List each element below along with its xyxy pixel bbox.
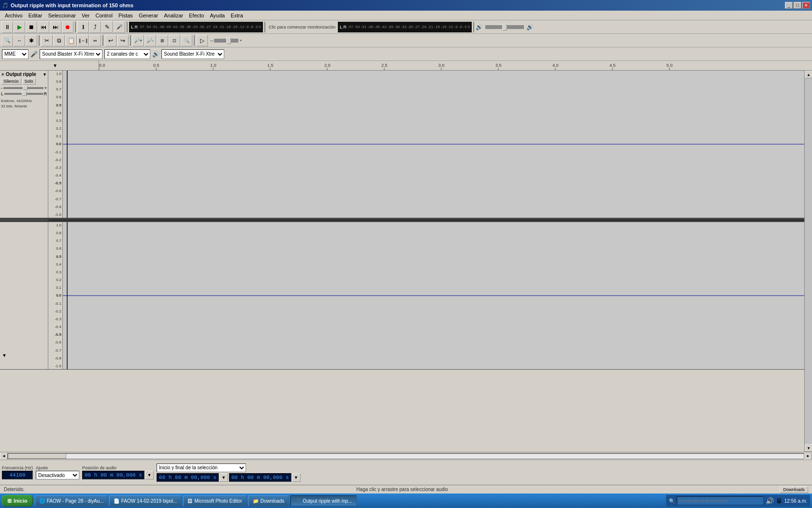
draw-tool-button[interactable]: ✎ bbox=[102, 21, 113, 33]
menu-analizar[interactable]: Analizar bbox=[161, 12, 186, 19]
trim-button[interactable]: ‖↔‖ bbox=[77, 35, 89, 46]
taskbar-item-0[interactable]: 🌐 FAOW - Page 28 - diyAu... bbox=[35, 495, 107, 506]
waveform-scale-bottom: 1.0 0.8 0.7 0.6 0.5 0.4 0.3 0.2 0.1 0.0 … bbox=[48, 222, 63, 369]
sel-start-btn[interactable]: ▼ bbox=[219, 473, 228, 482]
title-icon: 🎵 bbox=[2, 2, 9, 9]
menu-efecto[interactable]: Efecto bbox=[186, 12, 207, 19]
zoom-tool-button[interactable]: 🎤 bbox=[114, 21, 125, 33]
taskbar-item-2[interactable]: 🖼 Microsoft Photo Editor bbox=[183, 495, 246, 506]
output-device-select[interactable]: Sound Blaster X-Fi Xtre bbox=[161, 49, 224, 59]
play-button[interactable]: ▶ bbox=[14, 21, 25, 33]
zoom-fit-h-button[interactable]: ⊞ bbox=[157, 35, 168, 46]
redo-button[interactable]: ↪ bbox=[117, 35, 129, 46]
zoom-in-button[interactable]: 🔍 bbox=[1, 35, 13, 46]
audio-pos-btn[interactable]: ▼ bbox=[145, 471, 154, 479]
v-scrollbar[interactable]: ▲ ▼ bbox=[804, 71, 812, 452]
track-1-mute[interactable]: Silencio bbox=[1, 78, 21, 85]
silence-button[interactable]: ⇔ bbox=[89, 35, 101, 46]
zoom-in-h-button[interactable]: 🔎+ bbox=[132, 35, 144, 46]
track-1-buttons: Silencio Solo bbox=[1, 78, 47, 85]
menu-generar[interactable]: Generar bbox=[136, 12, 161, 19]
track-1-close[interactable]: ✕ bbox=[1, 72, 5, 77]
prev-button[interactable]: ⏮ bbox=[38, 21, 49, 33]
envelope-tool-button[interactable]: ⤴ bbox=[89, 21, 101, 33]
sel-end-display[interactable]: 00 h 00 m 00,000 s bbox=[229, 473, 291, 482]
v-scroll-down[interactable]: ▼ bbox=[805, 444, 812, 452]
menu-ver[interactable]: Ver bbox=[79, 12, 93, 19]
record-button[interactable]: ⏺ bbox=[62, 21, 73, 33]
multi-tool-button[interactable]: ✱ bbox=[26, 35, 37, 46]
audio-pos-display[interactable]: 00 h 00 m 00,000 s bbox=[82, 471, 145, 479]
selection-tool-button[interactable]: 𝐈 bbox=[77, 21, 89, 33]
zoom-out-all-button[interactable]: 🔍 bbox=[181, 35, 192, 46]
monitor-text[interactable]: Clic para comenzar monitorización bbox=[267, 25, 337, 30]
title-bar: 🎵 Output ripple with input termination o… bbox=[0, 0, 812, 11]
menu-seleccionar[interactable]: Seleccionar bbox=[45, 12, 78, 19]
taskbar: ⊞ Inicio 🌐 FAOW - Page 28 - diyAu... 📄 F… bbox=[0, 493, 812, 508]
cut-button[interactable]: ✂ bbox=[41, 35, 53, 46]
track-1-bottom-waveform[interactable]: 1.0 0.8 0.7 0.6 0.5 0.4 0.3 0.2 0.1 0.0 … bbox=[48, 222, 804, 369]
maximize-button[interactable]: □ bbox=[794, 2, 801, 9]
ruler-ticks[interactable]: 0.0 0.5 1.0 1.5 2.0 2.5 3.0 3.5 4.0 4.5 bbox=[99, 61, 812, 70]
desktop-search-input[interactable] bbox=[677, 496, 764, 505]
taskbar-tray: 🔍 🔊 🖥 12:56 a.m. bbox=[666, 495, 810, 507]
next-button[interactable]: ⏭ bbox=[50, 21, 61, 33]
vu-meter-left: L R -57 -54 -51 -48 -45 -42 -39 -36 -33 … bbox=[129, 22, 263, 32]
downloads-btn[interactable]: Downloads bbox=[780, 486, 808, 493]
menu-ayuda[interactable]: Ayuda bbox=[207, 12, 228, 19]
waveform-canvas-top[interactable] bbox=[63, 71, 804, 218]
driver-select[interactable]: MME bbox=[2, 49, 29, 59]
close-button[interactable]: ✕ bbox=[802, 2, 810, 9]
channels-select[interactable]: 2 canales de c bbox=[104, 49, 150, 59]
taskbar-item-1[interactable]: 📄 FAOW 14-02-2019 bipol... bbox=[109, 495, 182, 506]
track-1-dropdown[interactable]: ▼ bbox=[43, 72, 47, 77]
sel-start-display[interactable]: 00 h 00 m 00,000 s bbox=[157, 473, 219, 482]
track-1-expand[interactable]: ▼ bbox=[2, 353, 7, 358]
v-scroll-up[interactable]: ▲ bbox=[805, 71, 812, 78]
taskbar-item-4[interactable]: 🎵 Output ripple with inp... bbox=[290, 495, 356, 506]
track-1-gain-slider[interactable] bbox=[3, 87, 44, 89]
h-scroll-left[interactable]: ◄ bbox=[0, 452, 8, 460]
waveform-canvas-bottom[interactable] bbox=[63, 222, 804, 369]
zoom-fit-v-button[interactable]: ⊡ bbox=[169, 35, 180, 46]
svg-text:2.5: 2.5 bbox=[381, 63, 388, 68]
track-1-solo[interactable]: Solo bbox=[22, 78, 36, 85]
input-device-select[interactable]: Sound Blaster X-Fi Xtrem bbox=[40, 49, 102, 59]
selection-type-select[interactable]: Inicio y final de la selección Inicio y … bbox=[157, 463, 246, 472]
copy-button[interactable]: ⧉ bbox=[53, 35, 65, 46]
h-scroll-track[interactable] bbox=[8, 453, 804, 459]
speed-slider[interactable] bbox=[214, 39, 238, 43]
menu-control[interactable]: Control bbox=[92, 12, 115, 19]
taskbar-item-3[interactable]: 📁 Downloads bbox=[248, 495, 289, 506]
minimize-button[interactable]: _ bbox=[785, 2, 793, 9]
v-scroll-track[interactable] bbox=[805, 78, 812, 444]
start-button[interactable]: ⊞ Inicio bbox=[2, 495, 33, 507]
play-cursor-button[interactable]: ▷ bbox=[196, 35, 208, 46]
separator-4 bbox=[473, 22, 474, 32]
tray-network-icon[interactable]: 🖥 bbox=[776, 497, 783, 505]
taskbar-icon-3: 📁 bbox=[253, 498, 259, 504]
audio-pos-label: Posición de audio bbox=[82, 465, 154, 470]
playback-speed-slider[interactable] bbox=[485, 25, 524, 29]
pause-button[interactable]: ⏸ bbox=[1, 21, 13, 33]
playback-volume-icon: 🔊 bbox=[526, 24, 534, 30]
h-scroll-right[interactable]: ► bbox=[804, 452, 812, 460]
menu-editar[interactable]: Editar bbox=[26, 12, 45, 19]
waveform-scale-top: 1.0 0.8 0.7 0.6 0.5 0.4 0.3 0.2 0.1 0.0 … bbox=[48, 71, 63, 218]
paste-button[interactable]: 📋 bbox=[65, 35, 77, 46]
adjust-select[interactable]: Desactivado bbox=[36, 471, 79, 479]
menu-extra[interactable]: Extra bbox=[228, 12, 246, 19]
track-1-pan-slider[interactable] bbox=[4, 93, 43, 95]
mic-icon: 🎤 bbox=[30, 51, 38, 58]
tray-volume-icon[interactable]: 🔊 bbox=[766, 497, 774, 505]
menu-archivo[interactable]: Archivo bbox=[2, 12, 26, 19]
zoom-out-h-button[interactable]: 🔎- bbox=[145, 35, 156, 46]
track-1-waveform[interactable]: 1.0 0.8 0.7 0.6 0.5 0.4 0.3 0.2 0.1 0.0 … bbox=[48, 71, 804, 218]
ruler-arrow[interactable]: ▼ bbox=[53, 63, 58, 68]
stop-button[interactable]: ⏹ bbox=[26, 21, 37, 33]
menu-pistas[interactable]: Pistas bbox=[116, 12, 136, 19]
undo-button[interactable]: ↩ bbox=[105, 35, 116, 46]
sel-end-btn[interactable]: ▼ bbox=[292, 473, 301, 482]
fit-button[interactable]: ↔ bbox=[14, 35, 25, 46]
h-scrollbar[interactable]: ◄ ► bbox=[0, 452, 812, 460]
